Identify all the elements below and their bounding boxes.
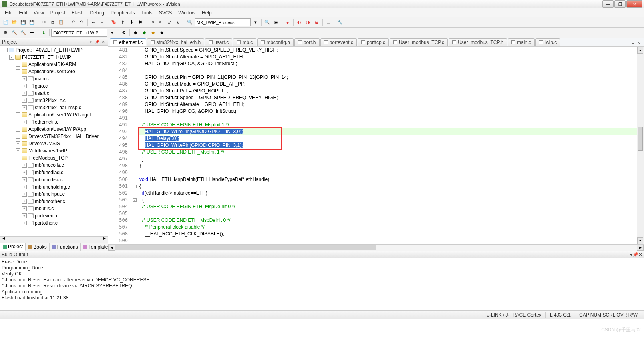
- rebuild-icon[interactable]: 🔨: [19, 29, 27, 37]
- file-tab[interactable]: portevent.c: [320, 38, 357, 46]
- target-dropdown-icon[interactable]: ▾: [108, 29, 116, 37]
- bookmark-clear-icon[interactable]: ✖: [136, 18, 144, 26]
- menu-flash[interactable]: Flash: [68, 9, 87, 16]
- file-tab[interactable]: lwip.c: [535, 38, 560, 46]
- nav-fwd-icon[interactable]: →: [98, 18, 106, 26]
- tabs-close-icon[interactable]: ✕: [636, 41, 642, 46]
- file-tab[interactable]: ethernetif.c: [110, 38, 146, 46]
- menu-project[interactable]: Project: [47, 9, 68, 16]
- menu-debug[interactable]: Debug: [87, 9, 107, 16]
- menu-edit[interactable]: Edit: [16, 9, 30, 16]
- tree-item[interactable]: +Application/MDK-ARM: [0, 61, 108, 68]
- menu-help[interactable]: Help: [199, 9, 215, 16]
- batch-build-icon[interactable]: ☰: [28, 29, 36, 37]
- panel-close-icon[interactable]: ✕: [101, 39, 106, 45]
- stop-icon[interactable]: ◐: [295, 18, 303, 26]
- copy-icon[interactable]: ⧉: [48, 18, 56, 26]
- tree-item[interactable]: +main.c: [0, 75, 108, 82]
- bookmark-icon[interactable]: 🔖: [110, 18, 118, 26]
- panel-tab-books[interactable]: Books: [26, 243, 49, 251]
- menu-file[interactable]: File: [2, 9, 16, 16]
- panel-dropdown-icon[interactable]: ▾: [88, 39, 93, 45]
- tree-item[interactable]: +stm32f4xx_hal_msp.c: [0, 104, 108, 111]
- target-combo[interactable]: F407ZET7_ETH+LWIP: [51, 29, 107, 37]
- menu-tools[interactable]: Tools: [138, 9, 156, 16]
- tree-item[interactable]: +ethernetif.c: [0, 118, 108, 126]
- tree-item[interactable]: +mbfuncdiag.c: [0, 169, 108, 176]
- tree-item[interactable]: +Drivers/STM32F4xx_HAL_Driver: [0, 133, 108, 140]
- breakpoint-icon[interactable]: ◉: [272, 18, 280, 26]
- find-dropdown-icon[interactable]: ▾: [252, 18, 260, 26]
- window-icon[interactable]: ▭: [324, 18, 332, 26]
- step-icon[interactable]: ◑: [304, 18, 312, 26]
- tree-item[interactable]: -F407ZET7_ETH+LWIP: [0, 54, 108, 61]
- tree-item[interactable]: +mbfuncinput.c: [0, 191, 108, 198]
- tree-item[interactable]: +mbfuncdisc.c: [0, 176, 108, 183]
- undo-icon[interactable]: ↶: [69, 18, 77, 26]
- save-icon[interactable]: 💾: [19, 18, 27, 26]
- close-button[interactable]: ✕: [626, 0, 642, 8]
- tree-item[interactable]: +Drivers/CMSIS: [0, 140, 108, 147]
- indent-icon[interactable]: ⇥: [148, 18, 156, 26]
- find-combo[interactable]: MX_LWIP_Process: [195, 18, 251, 26]
- code-view[interactable]: 4814824834844854864874884894904914924934…: [108, 47, 637, 244]
- menu-peripherals[interactable]: Peripherals: [107, 9, 138, 16]
- new-icon[interactable]: 📄: [2, 18, 10, 26]
- file-tab[interactable]: mbconfig.h: [257, 38, 294, 46]
- download-icon[interactable]: ⬇: [40, 29, 48, 37]
- pack-icon[interactable]: ◆: [140, 29, 148, 37]
- bookmark-next-icon[interactable]: ⬇: [127, 18, 135, 26]
- project-tree[interactable]: -Project: F407ZET7_ETH+LWIP-F407ZET7_ETH…: [0, 46, 108, 236]
- redo-icon[interactable]: ↷: [78, 18, 86, 26]
- menu-window[interactable]: Window: [175, 9, 199, 16]
- tree-item[interactable]: -Application/User/Core: [0, 68, 108, 75]
- manage-icon[interactable]: ◆: [131, 29, 139, 37]
- translate-icon[interactable]: ⚙: [2, 29, 10, 37]
- tree-item[interactable]: +mbutils.c: [0, 205, 108, 212]
- maximize-button[interactable]: ❐: [614, 0, 626, 8]
- tree-item[interactable]: +portevent.c: [0, 212, 108, 219]
- file-tab[interactable]: User_modbus_TCP.h: [449, 38, 507, 46]
- tabs-menu-icon[interactable]: ▾: [630, 41, 636, 46]
- debug-start-icon[interactable]: 🔍: [263, 18, 271, 26]
- config-icon[interactable]: 🔧: [336, 18, 344, 26]
- tree-item[interactable]: +Middlewares/LwIP: [0, 147, 108, 154]
- tree-item[interactable]: -Application/User/LWIP/Target: [0, 111, 108, 118]
- paste-icon[interactable]: 📋: [57, 18, 65, 26]
- nav-back-icon[interactable]: ←: [89, 18, 97, 26]
- bookmark-prev-icon[interactable]: ⬆: [119, 18, 127, 26]
- file-tab[interactable]: User_modbus_TCP.c: [390, 38, 448, 46]
- build-close-icon[interactable]: ✕: [638, 252, 642, 257]
- tree-hscroll[interactable]: ◀ ▶: [0, 236, 108, 243]
- tree-item[interactable]: -FreeModbus_TCP: [0, 154, 108, 162]
- build-pin-icon[interactable]: 📌: [632, 252, 638, 257]
- tree-item[interactable]: +gpio.c: [0, 82, 108, 90]
- run-icon[interactable]: ●: [284, 18, 292, 26]
- minimize-button[interactable]: —: [602, 0, 614, 8]
- outdent-icon[interactable]: ⇤: [157, 18, 165, 26]
- tree-item[interactable]: +Application/User/LWIP/App: [0, 126, 108, 133]
- open-icon[interactable]: 📂: [10, 18, 18, 26]
- find-icon[interactable]: 🔍: [186, 18, 194, 26]
- cut-icon[interactable]: ✂: [40, 18, 48, 26]
- panel-tab-project[interactable]: Project: [0, 243, 26, 251]
- tree-item[interactable]: +mbfunccoils.c: [0, 162, 108, 169]
- save-all-icon[interactable]: 💾: [28, 18, 36, 26]
- step-over-icon[interactable]: ◒: [313, 18, 321, 26]
- menu-view[interactable]: View: [30, 9, 47, 16]
- panel-tab-functions[interactable]: Functions: [50, 243, 81, 251]
- file-tab[interactable]: usart.c: [205, 38, 232, 46]
- tree-item[interactable]: +mbfuncother.c: [0, 198, 108, 205]
- file-tab[interactable]: porttcp.c: [358, 38, 389, 46]
- file-tab[interactable]: port.h: [294, 38, 320, 46]
- pack3-icon[interactable]: ◆: [158, 29, 166, 37]
- build-output[interactable]: Erase Done.Programming Done.Verify OK.* …: [0, 258, 644, 310]
- tree-item[interactable]: +stm32f4xx_it.c: [0, 97, 108, 104]
- tree-item[interactable]: +portother.c: [0, 219, 108, 227]
- options-icon[interactable]: ⚙: [120, 29, 128, 37]
- code-body[interactable]: GPIO_InitStruct.Speed = GPIO_SPEED_FREQ_…: [138, 47, 637, 244]
- file-tab[interactable]: main.c: [508, 38, 535, 46]
- build-icon[interactable]: 🔨: [10, 29, 18, 37]
- uncomment-icon[interactable]: //: [174, 18, 182, 26]
- file-tab[interactable]: mb.c: [233, 38, 256, 46]
